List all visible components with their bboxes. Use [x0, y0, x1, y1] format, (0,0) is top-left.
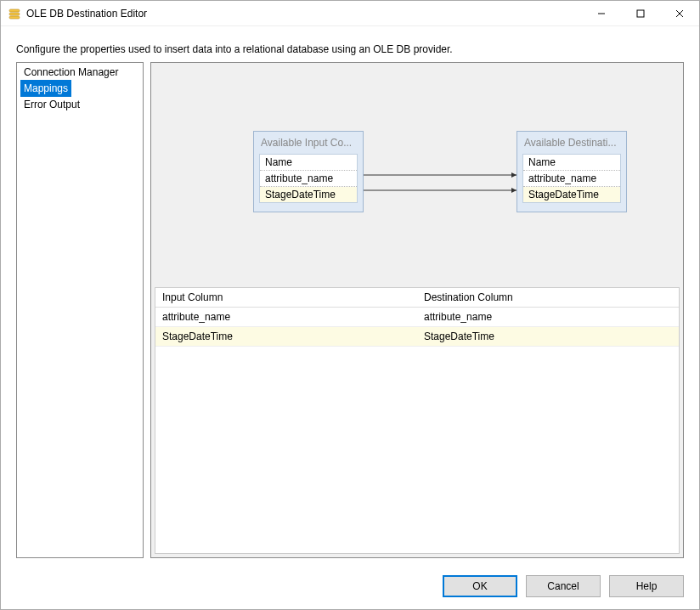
page-list: Connection Manager Mappings Error Output [16, 62, 144, 558]
cancel-button[interactable]: Cancel [526, 575, 601, 597]
grid-cell-input[interactable]: StageDateTime [155, 327, 417, 346]
grid-cell-dest[interactable]: StageDateTime [417, 327, 679, 346]
minimize-button[interactable] [582, 1, 621, 26]
dest-col-name[interactable]: Name [523, 155, 620, 171]
mappings-grid[interactable]: Input Column Destination Column attribut… [155, 287, 680, 554]
input-col-stagedatetime[interactable]: StageDateTime [260, 187, 357, 202]
grid-row[interactable]: attribute_name attribute_name [155, 308, 679, 327]
ok-button[interactable]: OK [443, 575, 517, 597]
grid-row[interactable]: StageDateTime StageDateTime [155, 327, 679, 347]
dest-columns-list: Name attribute_name StageDateTime [522, 154, 621, 203]
maximize-button[interactable] [621, 1, 660, 26]
grid-cell-dest[interactable]: attribute_name [417, 308, 679, 326]
help-button[interactable]: Help [609, 575, 684, 597]
app-icon [8, 7, 21, 20]
mappings-diagram[interactable]: Available Input Co... Name attribute_nam… [151, 63, 683, 284]
svg-rect-2 [9, 16, 20, 19]
svg-rect-4 [637, 10, 644, 17]
input-columns-list: Name attribute_name StageDateTime [259, 154, 358, 203]
sidebar-item-mappings[interactable]: Mappings [20, 80, 71, 97]
mappings-panel: Available Input Co... Name attribute_nam… [150, 62, 684, 558]
dialog-body: Connection Manager Mappings Error Output… [1, 62, 699, 567]
close-button[interactable] [660, 1, 699, 26]
input-box-title: Available Input Co... [254, 132, 363, 154]
grid-header: Input Column Destination Column [155, 288, 679, 308]
dialog-description: Configure the properties used to insert … [1, 26, 699, 62]
input-col-name[interactable]: Name [260, 155, 357, 171]
available-destination-columns-box[interactable]: Available Destinati... Name attribute_na… [517, 131, 627, 212]
grid-header-input[interactable]: Input Column [155, 288, 417, 307]
grid-header-dest[interactable]: Destination Column [417, 288, 679, 307]
dest-col-attribute-name[interactable]: attribute_name [523, 171, 620, 187]
dialog-footer: OK Cancel Help [1, 567, 699, 609]
window-title: OLE DB Destination Editor [26, 8, 582, 20]
sidebar-item-connection-manager[interactable]: Connection Manager [20, 65, 121, 80]
svg-rect-0 [9, 9, 20, 12]
sidebar-item-error-output[interactable]: Error Output [20, 97, 83, 112]
window-controls [582, 1, 699, 26]
dialog-window: OLE DB Destination Editor Configure the … [0, 0, 700, 610]
dest-col-stagedatetime[interactable]: StageDateTime [523, 187, 620, 202]
input-col-attribute-name[interactable]: attribute_name [260, 171, 357, 187]
available-input-columns-box[interactable]: Available Input Co... Name attribute_nam… [253, 131, 364, 212]
dest-box-title: Available Destinati... [517, 132, 626, 154]
grid-cell-input[interactable]: attribute_name [155, 308, 417, 326]
titlebar: OLE DB Destination Editor [1, 1, 699, 26]
svg-rect-1 [9, 13, 20, 15]
